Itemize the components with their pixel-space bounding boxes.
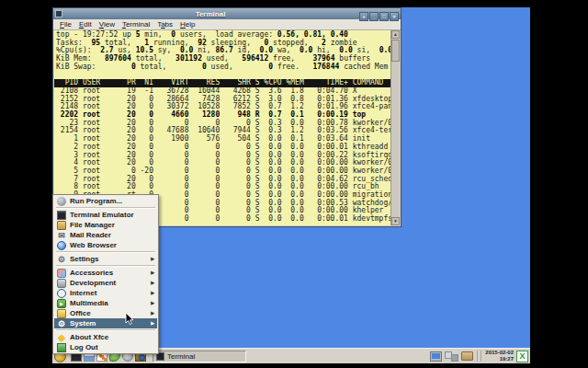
maximize-button[interactable]: □ — [379, 12, 389, 21]
system-tray: 2015-02-02 19:27 X — [430, 350, 528, 362]
system-icon: ⚙ — [57, 319, 66, 328]
window-titlebar[interactable]: Terminal +_□× — [53, 8, 401, 19]
menubar-item-help[interactable]: Help — [176, 19, 198, 29]
desktop[interactable]: Terminal +_□× FileEditViewTerminalTabsHe… — [52, 7, 530, 363]
file-manager-icon — [57, 221, 66, 230]
menu-separator — [54, 264, 157, 268]
menu-item-internet[interactable]: Internet▶ — [54, 288, 157, 298]
menu-item-label: Mail Reader — [70, 230, 111, 240]
menu-item-run-program[interactable]: Run Program... — [54, 196, 157, 206]
menu-item-label: Log Out — [70, 342, 98, 352]
menu-item-terminal-emulator[interactable]: Terminal Emulator — [54, 210, 157, 220]
menubar-item-view[interactable]: View — [96, 19, 119, 29]
submenu-arrow-icon: ▶ — [151, 308, 154, 318]
menu-item-web-browser[interactable]: Web Browser — [54, 240, 157, 250]
menu-item-label: Internet — [70, 288, 96, 298]
menu-separator — [54, 206, 157, 210]
menu-item-office[interactable]: Office▶ — [54, 308, 157, 318]
multimedia-icon: ▶ — [57, 299, 66, 308]
menu-item-label: System — [70, 318, 96, 328]
menu-item-accessories[interactable]: Accessories▶ — [54, 268, 157, 278]
green-x-tray-icon[interactable]: X — [516, 351, 528, 362]
menu-item-label: Run Program... — [70, 196, 122, 206]
mail-icon: ✉ — [57, 231, 66, 240]
menu-item-development[interactable]: Development▶ — [54, 278, 157, 288]
display-tray-icon[interactable] — [430, 351, 442, 362]
terminal-line: KiB Swap: 0 total, 0 used, 0 free. 17684… — [54, 63, 390, 72]
workspace-pager[interactable] — [445, 351, 458, 362]
close-button[interactable]: × — [390, 12, 399, 21]
terminal-scrollbar[interactable]: ▲ ▼ — [390, 30, 400, 225]
window-title: Terminal — [63, 9, 357, 19]
menubar-item-terminal[interactable]: Terminal — [119, 19, 153, 29]
office-icon — [57, 309, 66, 318]
menu-separator — [54, 328, 157, 332]
menu-item-label: Terminal Emulator — [70, 210, 134, 220]
menu-item-mail-reader[interactable]: ✉Mail Reader — [54, 230, 157, 240]
scroll-up-icon[interactable]: ▲ — [391, 30, 400, 39]
menu-item-label: About Xfce — [70, 332, 108, 342]
minimize-button[interactable]: _ — [369, 12, 379, 21]
submenu-arrow-icon: ▶ — [151, 318, 154, 328]
scrollbar-thumb[interactable] — [391, 40, 400, 62]
terminal-icon — [57, 211, 66, 220]
menu-item-log-out[interactable]: Log Out — [54, 342, 157, 352]
menu-separator — [54, 250, 157, 254]
run-icon — [57, 197, 66, 206]
folder-tray-icon[interactable] — [461, 351, 473, 361]
task-button-label: Terminal — [167, 352, 195, 361]
workspace-2[interactable] — [451, 354, 458, 362]
clock-date: 2015-02-02 — [485, 350, 514, 355]
submenu-arrow-icon: ▶ — [151, 254, 154, 264]
menu-item-multimedia[interactable]: ▶Multimedia▶ — [54, 298, 157, 308]
shade-button[interactable]: + — [359, 12, 368, 21]
menu-item-label: Settings — [70, 254, 99, 264]
submenu-arrow-icon: ▶ — [151, 288, 154, 298]
panel-grip[interactable] — [477, 351, 481, 362]
menubar-item-file[interactable]: File — [56, 19, 75, 29]
menu-item-label: Multimedia — [70, 298, 108, 308]
development-icon — [57, 279, 66, 288]
menubar-item-edit[interactable]: Edit — [75, 19, 96, 29]
terminal-app-icon — [55, 10, 62, 17]
menu-item-about-xfce[interactable]: ◆About Xfce — [54, 332, 157, 342]
internet-icon — [57, 289, 66, 298]
task-button-terminal[interactable]: Terminal — [153, 351, 246, 362]
menu-item-label: Web Browser — [70, 240, 117, 250]
submenu-arrow-icon: ▶ — [151, 278, 154, 288]
menu-item-file-manager[interactable]: File Manager — [54, 220, 157, 230]
clock-time: 19:27 — [500, 356, 514, 362]
scroll-down-icon[interactable]: ▼ — [391, 217, 400, 225]
submenu-arrow-icon: ▶ — [151, 298, 154, 308]
clock: 2015-02-02 19:27 — [485, 350, 514, 362]
menu-item-label: Office — [70, 308, 91, 318]
menu-item-settings[interactable]: ⚙Settings▶ — [54, 254, 157, 264]
titlebar-buttons: +_□× — [358, 7, 399, 22]
menu-item-system[interactable]: ⚙System▶ — [54, 318, 157, 328]
accessories-icon — [57, 269, 66, 278]
settings-icon: ⚙ — [57, 255, 66, 264]
web-browser-icon — [57, 241, 66, 250]
screenshot-canvas: { "colors": { "desktop_blue": "#4e87e4",… — [0, 0, 588, 368]
terminal-menubar: FileEditViewTerminalTabsHelp — [53, 19, 401, 30]
about-icon: ◆ — [57, 333, 66, 342]
menubar-item-tabs[interactable]: Tabs — [153, 19, 176, 29]
menu-item-label: Development — [70, 278, 116, 288]
menu-item-label: File Manager — [70, 220, 115, 230]
submenu-arrow-icon: ▶ — [151, 268, 154, 278]
logout-icon — [57, 343, 66, 352]
menu-item-label: Accessories — [70, 268, 113, 278]
applications-menu: Run Program...Terminal EmulatorFile Mana… — [52, 194, 159, 354]
mouse-cursor-icon — [125, 312, 134, 326]
